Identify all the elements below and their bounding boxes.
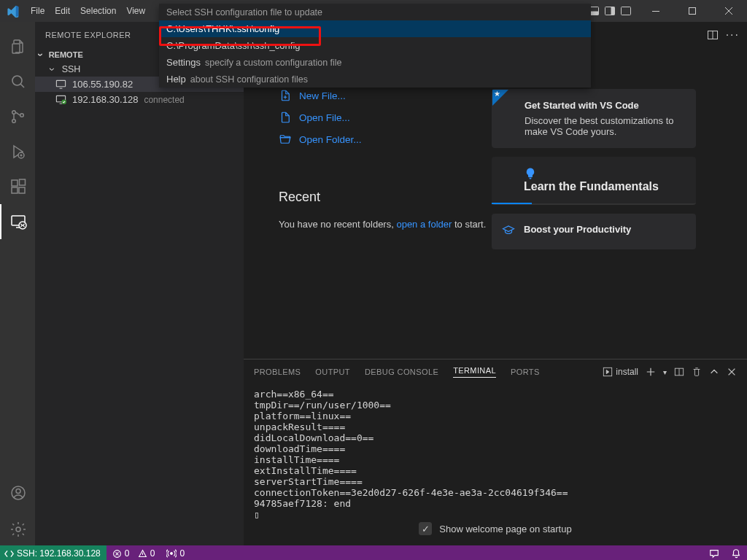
svg-rect-17: [19, 187, 25, 193]
qi-label: Settings: [166, 57, 201, 68]
quick-input-item[interactable]: Helpabout SSH configuration files: [159, 71, 591, 88]
menu-file[interactable]: File: [26, 0, 50, 22]
kill-terminal-icon[interactable]: [692, 367, 702, 377]
chevron-down-icon: [51, 63, 58, 75]
open-folder-link[interactable]: Open Folder...: [279, 133, 492, 146]
terminal-output[interactable]: arch==x86_64== tmpDir==/run/user/1000== …: [244, 384, 747, 545]
svg-point-22: [16, 489, 20, 494]
qi-sublabel: specify a custom configuration file: [205, 58, 342, 68]
menu-selection[interactable]: Selection: [75, 0, 121, 22]
svg-rect-15: [12, 180, 18, 186]
window-maximize[interactable]: [676, 0, 709, 22]
remote-explorer-icon[interactable]: [0, 204, 35, 239]
menu-view[interactable]: View: [121, 0, 150, 22]
customize-layout-icon[interactable]: [620, 5, 632, 17]
split-terminal-icon[interactable]: [674, 367, 684, 377]
section-remote-label: REMOTE: [49, 50, 83, 59]
sidebar: REMOTE EXPLORER REMOTE SSH 106.55.190.82…: [35, 22, 244, 545]
ports-status[interactable]: 0: [160, 548, 190, 559]
monitor-icon: [55, 79, 66, 90]
close-panel-icon[interactable]: [727, 367, 737, 377]
settings-gear-icon[interactable]: [0, 513, 35, 545]
tab-problems[interactable]: PROBLEMS: [254, 368, 301, 376]
svg-point-11: [12, 111, 16, 114]
monitor-connected-icon: [55, 94, 66, 105]
qi-label: C:\ProgramData\ssh\ssh_config: [166, 40, 301, 51]
window-close[interactable]: [712, 0, 746, 22]
ports-count: 0: [179, 548, 185, 559]
quick-input-item[interactable]: Settingsspecify a custom configuration f…: [159, 54, 591, 71]
problems-status[interactable]: 0 0: [107, 548, 161, 559]
qi-label: Help: [166, 74, 186, 85]
card-body: Discover the best customizations to make…: [525, 115, 684, 137]
recent-heading: Recent: [279, 190, 492, 205]
tab-terminal[interactable]: TERMINAL: [453, 366, 496, 378]
qi-sublabel: about SSH configuration files: [190, 74, 308, 85]
walkthrough-fundamentals[interactable]: Learn the Fundamentals: [492, 157, 696, 205]
warning-count: 0: [150, 548, 155, 559]
vscode-logo: [0, 5, 26, 18]
host-status: connected: [144, 95, 184, 105]
progress-bar: [492, 203, 532, 204]
open-folder-inline-link[interactable]: open a folder: [396, 219, 452, 230]
window-minimize[interactable]: [639, 0, 673, 22]
walkthrough-productivity[interactable]: Boost your Productivity: [492, 214, 696, 249]
quick-input-title: Select SSH configuration file to update: [159, 4, 591, 20]
walkthrough-get-started[interactable]: Get Started with VS Code Discover the be…: [492, 89, 696, 148]
open-folder-label: Open Folder...: [299, 134, 362, 145]
status-bar: SSH: 192.168.30.128 0 0 0: [0, 545, 747, 560]
svg-rect-7: [652, 11, 659, 12]
open-file-link[interactable]: Open File...: [279, 111, 492, 124]
svg-rect-9: [12, 44, 20, 53]
chevron-down-icon: [39, 49, 46, 61]
svg-point-12: [12, 120, 16, 123]
feedback-icon[interactable]: [703, 548, 725, 559]
notifications-icon[interactable]: [725, 548, 747, 559]
explorer-icon[interactable]: [0, 29, 35, 64]
split-editor-icon[interactable]: [707, 29, 719, 41]
remote-label: SSH: 192.168.30.128: [17, 548, 101, 559]
svg-rect-6: [622, 7, 631, 15]
run-debug-icon[interactable]: [0, 134, 35, 169]
new-terminal-icon[interactable]: [646, 367, 656, 377]
launch-profile-icon[interactable]: install: [603, 367, 638, 377]
svg-point-23: [16, 527, 20, 532]
extensions-icon[interactable]: [0, 169, 35, 204]
quick-input: Select SSH configuration file to update …: [159, 4, 591, 88]
maximize-panel-icon[interactable]: [709, 367, 719, 377]
mortarboard-icon: [502, 224, 515, 237]
error-count: 0: [125, 548, 130, 559]
new-file-link[interactable]: New File...: [279, 89, 492, 102]
host-item[interactable]: 192.168.30.128 connected: [35, 92, 244, 107]
welcome-page: Start New File... Open File... Open Fold…: [244, 47, 747, 359]
svg-rect-18: [20, 179, 26, 185]
quick-input-item[interactable]: C:\Users\THHK\.ssh\config: [159, 20, 591, 37]
new-file-label: New File...: [299, 90, 346, 101]
toggle-secondary-icon[interactable]: [604, 5, 616, 17]
host-ip: 192.168.30.128: [72, 94, 138, 105]
task-name: install: [616, 367, 638, 377]
tree-ssh-label: SSH: [62, 64, 81, 74]
chevron-down-icon[interactable]: ▾: [663, 368, 667, 376]
menu-edit[interactable]: Edit: [50, 0, 75, 22]
editor-area: ··· Start New File... Open File... Open …: [244, 22, 747, 545]
panel: PROBLEMS OUTPUT DEBUG CONSOLE TERMINAL P…: [244, 359, 747, 545]
svg-rect-5: [611, 7, 615, 15]
quick-input-item[interactable]: C:\ProgramData\ssh\ssh_config: [159, 37, 591, 54]
accounts-icon[interactable]: [0, 475, 35, 510]
svg-point-32: [171, 553, 173, 555]
tab-output[interactable]: OUTPUT: [315, 368, 350, 376]
svg-rect-16: [12, 187, 18, 193]
tab-debug-console[interactable]: DEBUG CONSOLE: [365, 368, 438, 376]
remote-indicator[interactable]: SSH: 192.168.30.128: [0, 545, 107, 560]
more-actions-icon[interactable]: ···: [726, 28, 740, 42]
card-title: Get Started with VS Code: [525, 100, 684, 111]
svg-point-13: [20, 114, 24, 117]
activity-bar: [0, 22, 35, 545]
lightbulb-icon: [524, 167, 684, 180]
search-icon[interactable]: [0, 64, 35, 99]
source-control-icon[interactable]: [0, 99, 35, 134]
tab-ports[interactable]: PORTS: [511, 368, 540, 376]
card-title: Boost your Productivity: [524, 224, 684, 235]
card-title: Learn the Fundamentals: [524, 180, 684, 193]
